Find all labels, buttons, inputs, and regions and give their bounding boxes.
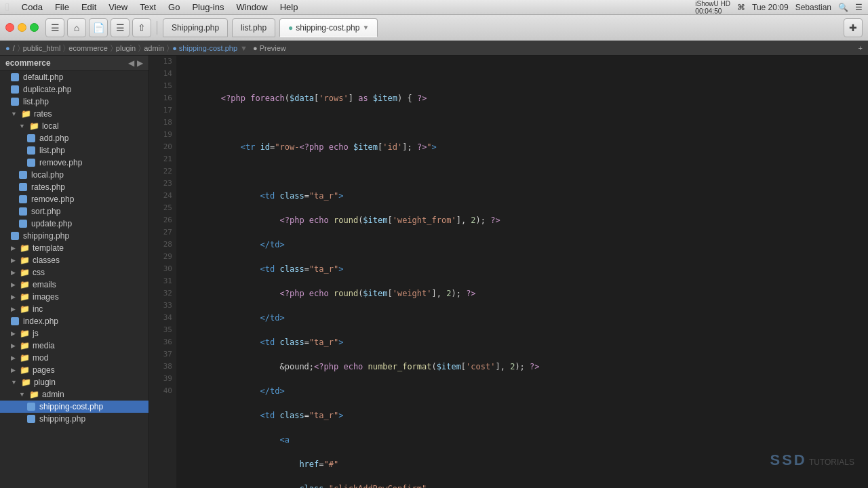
- sidebar: ecommerce ◀ ▶ default.php duplicate.php …: [0, 56, 149, 488]
- line-num-40: 40: [153, 385, 172, 397]
- menu-edit[interactable]: Edit: [81, 2, 96, 12]
- username: Sebastian: [795, 3, 831, 12]
- list-button[interactable]: ☰: [111, 18, 130, 37]
- breadcrumb-ecommerce[interactable]: ecommerce: [68, 44, 107, 52]
- sidebar-folder-rates[interactable]: ▼ 📁 rates: [0, 108, 149, 120]
- breadcrumb-slash[interactable]: /: [13, 44, 15, 52]
- tab-shipping-cost-php[interactable]: ● shipping-cost.php ▼: [279, 18, 378, 37]
- sidebar-label: inc: [33, 304, 43, 314]
- menu-plugins[interactable]: Plug-ins: [192, 2, 224, 12]
- sidebar-item-update-php[interactable]: update.php: [0, 218, 149, 230]
- code-line-30: class="clickAddRowConfirm": [182, 483, 863, 488]
- folder-arrow-icon: ▶: [11, 257, 16, 264]
- folder-arrow-icon: ▶: [11, 269, 16, 276]
- search-icon[interactable]: 🔍: [838, 3, 848, 12]
- tab-close-button[interactable]: ▼: [362, 24, 369, 31]
- tab-shipping-php[interactable]: Shipping.php: [163, 18, 228, 37]
- sidebar-folder-admin[interactable]: ▼ 📁 admin: [0, 388, 149, 401]
- sidebar-item-sort-php[interactable]: sort.php: [0, 205, 149, 218]
- sidebar-item-default-php[interactable]: default.php: [0, 71, 149, 83]
- folder-icon: 📁: [20, 268, 30, 277]
- apple-menu[interactable]: : [5, 1, 9, 14]
- sidebar-folder-inc[interactable]: ▶ 📁 inc: [0, 303, 149, 315]
- sidebar-label: index.php: [23, 317, 58, 326]
- sidebar-folder-css[interactable]: ▶ 📁 css: [0, 266, 149, 279]
- code-line-27: <td class="ta_r">: [182, 409, 863, 422]
- sidebar-folder-pages[interactable]: ▶ 📁 pages: [0, 364, 149, 376]
- line-num-26: 26: [153, 214, 172, 226]
- line-num-37: 37: [153, 348, 172, 361]
- tab-list-php[interactable]: list.php: [232, 18, 275, 37]
- folder-icon: 📁: [29, 121, 39, 131]
- menu-window[interactable]: Window: [236, 2, 267, 12]
- sidebar-folder-classes[interactable]: ▶ 📁 classes: [0, 254, 149, 266]
- sidebar-item-shipping-php-root[interactable]: shipping.php: [0, 230, 149, 242]
- menubar-right: iShowU HD00:04:50 ⌘ Tue 20:09 Sebastian …: [695, 0, 863, 15]
- breadcrumb-plugin[interactable]: plugin: [116, 44, 136, 52]
- close-button[interactable]: [5, 23, 14, 32]
- code-line-22: <?php echo round($item['weight'], 2); ?>: [182, 287, 863, 300]
- sidebar-item-list-php[interactable]: list.php: [0, 96, 149, 108]
- wifi-icon: ⌘: [737, 3, 745, 12]
- menu-coda[interactable]: Coda: [22, 2, 43, 12]
- sidebar-folder-js[interactable]: ▶ 📁 js: [0, 327, 149, 340]
- sidebar-item-rates-php[interactable]: rates.php: [0, 181, 149, 193]
- sidebar-label: css: [33, 268, 45, 277]
- sidebar-item-list-php-local[interactable]: list.php: [0, 144, 149, 157]
- sidebar-item-add-php[interactable]: add.php: [0, 132, 149, 144]
- breadcrumb-preview[interactable]: ● Preview: [253, 44, 286, 52]
- code-content[interactable]: <?php foreach($data['rows'] as $item) { …: [176, 56, 868, 488]
- sidebar-folder-emails[interactable]: ▶ 📁 emails: [0, 279, 149, 291]
- sidebar-folder-media[interactable]: ▶ 📁 media: [0, 340, 149, 352]
- sidebar-folder-template[interactable]: ▶ 📁 template: [0, 242, 149, 254]
- sidebar-item-remove-php-local[interactable]: remove.php: [0, 157, 149, 169]
- sidebar-item-shipping-php-admin[interactable]: shipping.php: [0, 413, 149, 425]
- code-line-26: </td>: [182, 385, 863, 397]
- add-split-button[interactable]: ✚: [844, 18, 863, 37]
- sidebar-toggle-button[interactable]: ☰: [45, 18, 64, 37]
- code-line-18: <td class="ta_r">: [182, 190, 863, 202]
- sidebar-label: template: [33, 243, 64, 253]
- line-num-19: 19: [153, 129, 172, 141]
- breadcrumb-file[interactable]: ● shipping-cost.php: [172, 44, 237, 52]
- sidebar-folder-mod[interactable]: ▶ 📁 mod: [0, 352, 149, 364]
- line-num-22: 22: [153, 165, 172, 178]
- menu-text[interactable]: Text: [140, 2, 156, 12]
- breadcrumb-icon: ●: [5, 44, 10, 52]
- folder-icon: 📁: [20, 353, 30, 363]
- sidebar-item-remove-php[interactable]: remove.php: [0, 193, 149, 205]
- line-num-29: 29: [153, 251, 172, 263]
- sidebar-folder-local[interactable]: ▼ 📁 local: [0, 120, 149, 132]
- line-num-32: 32: [153, 287, 172, 300]
- upload-button[interactable]: ⇧: [132, 18, 151, 37]
- sidebar-nav-prev[interactable]: ◀: [128, 58, 134, 68]
- sidebar-folder-images[interactable]: ▶ 📁 images: [0, 291, 149, 303]
- sidebar-nav-next[interactable]: ▶: [137, 58, 143, 68]
- sidebar-item-shipping-cost-php[interactable]: shipping-cost.php: [0, 401, 149, 413]
- file-icon: [11, 317, 19, 325]
- file-icon: [19, 183, 27, 191]
- maximize-button[interactable]: [30, 23, 39, 32]
- breadcrumb-admin[interactable]: admin: [144, 44, 164, 52]
- new-file-button[interactable]: 📄: [89, 18, 108, 37]
- folder-icon: 📁: [20, 256, 30, 265]
- home-button[interactable]: ⌂: [67, 18, 86, 37]
- menu-view[interactable]: View: [108, 2, 127, 12]
- file-icon: [11, 73, 19, 81]
- folder-arrow-icon: ▶: [11, 245, 16, 251]
- breadcrumb-add-button[interactable]: +: [859, 44, 863, 52]
- sidebar-item-local-php[interactable]: local.php: [0, 169, 149, 181]
- minimize-button[interactable]: [18, 23, 26, 32]
- sidebar-item-index-php[interactable]: index.php: [0, 315, 149, 327]
- menu-help[interactable]: Help: [280, 2, 298, 12]
- code-editor[interactable]: 13 14 15 16 17 18 19 20 21 22 23 24 25 2…: [149, 56, 868, 488]
- breadcrumb-public-html[interactable]: public_html: [23, 44, 61, 52]
- menu-file[interactable]: File: [55, 2, 69, 12]
- folder-arrow-icon: ▶: [11, 281, 16, 288]
- menu-go[interactable]: Go: [168, 2, 180, 12]
- sidebar-item-duplicate-php[interactable]: duplicate.php: [0, 83, 149, 96]
- control-icon[interactable]: ☰: [855, 3, 863, 12]
- breadcrumb: ● / 〉 public_html 〉 ecommerce 〉 plugin 〉…: [0, 41, 868, 56]
- menubar:  Coda File Edit View Text Go Plug-ins W…: [0, 0, 868, 15]
- sidebar-folder-plugin[interactable]: ▼ 📁 plugin: [0, 376, 149, 388]
